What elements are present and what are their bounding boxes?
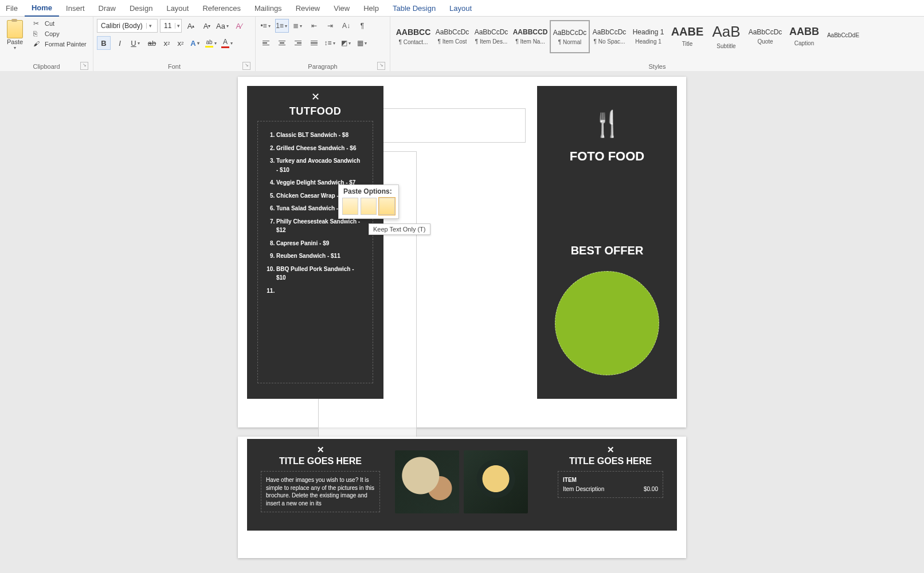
dialog-launcher-icon[interactable]: ↘ xyxy=(242,62,250,70)
tab-review[interactable]: Review xyxy=(289,0,327,16)
style-item[interactable]: AaBbCcDcQuote xyxy=(746,20,785,52)
menu-textbox[interactable]: Classic BLT Sandwich - $8Grilled Cheese … xyxy=(257,121,373,383)
style-item[interactable]: AABBCC¶ Contact... xyxy=(394,20,433,52)
chevron-down-icon[interactable]: ▾ xyxy=(146,23,155,29)
inside-right-textbox[interactable]: ITEM Item Description $0.00 xyxy=(558,471,663,498)
grow-font-button[interactable]: A▴ xyxy=(184,19,198,33)
shading-button[interactable]: ◩▾ xyxy=(339,36,353,50)
inside-right-title: TITLE GOES HERE xyxy=(569,456,652,466)
page-1: ✕ TUTFOOD Classic BLT Sandwich - $8Grill… xyxy=(238,77,686,427)
tab-insert[interactable]: Insert xyxy=(59,0,92,16)
cut-label: Cut xyxy=(45,20,54,27)
tab-help[interactable]: Help xyxy=(357,0,386,16)
style-item[interactable]: AaBbCcDc¶ Normal xyxy=(550,20,590,53)
inside-left-column[interactable]: ✕TITLE GOES HERE Have other images you w… xyxy=(256,442,385,512)
tab-home[interactable]: Home xyxy=(25,0,59,17)
tab-references[interactable]: References xyxy=(195,0,247,16)
paste-keep-source-button[interactable] xyxy=(342,198,358,215)
menu-item[interactable]: BBQ Pulled Pork Sandwich - $10 xyxy=(276,265,362,282)
superscript-button[interactable]: x2 xyxy=(175,36,186,50)
align-right-button[interactable] xyxy=(291,36,305,50)
decrease-indent-button[interactable]: ⇤ xyxy=(307,19,321,33)
highlight-button[interactable]: ab▾ xyxy=(205,36,218,50)
menu-item[interactable]: Turkey and Avocado Sandwich - $10 xyxy=(276,156,362,174)
menu-item[interactable] xyxy=(276,286,362,296)
cut-button[interactable]: Cut xyxy=(31,19,89,28)
brochure-left-panel[interactable]: ✕ TUTFOOD Classic BLT Sandwich - $8Grill… xyxy=(247,86,383,399)
style-preview: AABB xyxy=(789,26,819,38)
styles-gallery[interactable]: AABBCC¶ Contact...AaBbCcDc¶ Item CostAaB… xyxy=(394,19,921,54)
multilevel-list-button[interactable]: ≣▾ xyxy=(291,19,305,33)
food-image-1[interactable] xyxy=(395,450,459,513)
menu-item[interactable]: Philly Cheesesteak Sandwich - $12 xyxy=(276,217,362,235)
format-painter-label: Format Painter xyxy=(45,41,87,48)
inside-left-textbox[interactable]: Have other images you wish to use? It is… xyxy=(261,471,380,512)
brochure-right-panel[interactable]: 🍴 FOTO FOOD BEST OFFER xyxy=(537,86,677,399)
style-item[interactable]: AaBbCcDdE xyxy=(824,20,863,52)
style-item[interactable]: Heading 1Heading 1 xyxy=(629,20,668,52)
inside-right-column[interactable]: ✕TITLE GOES HERE ITEM Item Description $… xyxy=(553,442,668,498)
align-left-button[interactable] xyxy=(259,36,273,50)
italic-button[interactable]: I xyxy=(113,36,127,50)
menu-item[interactable]: Classic BLT Sandwich - $8 xyxy=(276,131,362,140)
group-font: Calibri (Body)▾ 11▾ A▴ A▾ Aa▾ A⁄ B I U▾ … xyxy=(93,17,256,72)
group-title-clipboard: Clipboard↘ xyxy=(3,62,89,72)
dialog-launcher-icon[interactable]: ↘ xyxy=(377,62,385,70)
tab-design[interactable]: Design xyxy=(123,0,159,16)
paste-merge-formatting-button[interactable] xyxy=(361,198,377,215)
format-painter-button[interactable]: Format Painter xyxy=(31,40,89,49)
copy-button[interactable]: Copy xyxy=(31,29,89,38)
menu-item[interactable]: Caprese Panini - $9 xyxy=(276,239,362,248)
justify-button[interactable] xyxy=(307,36,321,50)
style-name-label: Heading 1 xyxy=(635,38,661,45)
sort-button[interactable]: A↓ xyxy=(339,19,353,33)
style-preview: AABBCC xyxy=(396,28,431,37)
menu-item[interactable]: Reuben Sandwich - $11 xyxy=(276,252,362,261)
text-effects-button[interactable]: A▾ xyxy=(189,36,202,50)
bold-button[interactable]: B xyxy=(97,36,111,50)
style-item[interactable]: AaBbCcDc¶ No Spac... xyxy=(590,20,629,52)
borders-button[interactable]: ▦▾ xyxy=(355,36,369,50)
tab-file[interactable]: File xyxy=(3,0,25,16)
brush-icon xyxy=(33,40,41,48)
chevron-down-icon[interactable]: ▾ xyxy=(13,45,17,50)
change-case-button[interactable]: Aa▾ xyxy=(216,19,230,33)
bullets-button[interactable]: •≡▾ xyxy=(259,19,273,33)
dialog-launcher-icon[interactable]: ↘ xyxy=(80,62,88,70)
show-marks-button[interactable]: ¶ xyxy=(355,19,369,33)
style-item[interactable]: AaBbCcDc¶ Item Des... xyxy=(472,20,511,52)
shrink-font-button[interactable]: A▾ xyxy=(200,19,214,33)
tab-draw[interactable]: Draw xyxy=(92,0,123,16)
paste-text-only-button[interactable] xyxy=(379,198,395,215)
increase-indent-button[interactable]: ⇥ xyxy=(323,19,337,33)
tab-table-design[interactable]: Table Design xyxy=(386,0,443,16)
font-color-button[interactable]: A▾ xyxy=(221,36,234,50)
best-offer-label: BEST OFFER xyxy=(571,244,644,257)
style-item[interactable]: AaBSubtitle xyxy=(707,20,746,52)
font-name-combo[interactable]: Calibri (Body)▾ xyxy=(97,19,158,33)
underline-button[interactable]: U▾ xyxy=(129,36,143,50)
tab-view[interactable]: View xyxy=(327,0,357,16)
image-placeholder-circle[interactable] xyxy=(555,271,659,375)
document-canvas[interactable]: ✕ TUTFOOD Classic BLT Sandwich - $8Grill… xyxy=(0,71,924,573)
food-image-2[interactable] xyxy=(464,450,528,513)
group-title-styles: Styles xyxy=(394,62,921,72)
chevron-down-icon[interactable]: ▾ xyxy=(175,23,181,29)
style-item[interactable]: AaBbCcDc¶ Item Cost xyxy=(433,20,472,52)
numbering-button[interactable]: 1≡▾ xyxy=(275,19,289,33)
subscript-button[interactable]: x2 xyxy=(161,36,173,50)
style-item[interactable]: AABETitle xyxy=(668,20,707,52)
align-center-button[interactable] xyxy=(275,36,289,50)
style-name-label: ¶ Item Cost xyxy=(438,38,467,45)
strikethrough-button[interactable]: ab xyxy=(145,36,159,50)
tab-layout[interactable]: Layout xyxy=(159,0,195,16)
font-size-combo[interactable]: 11▾ xyxy=(160,19,182,33)
tab-mailings[interactable]: Mailings xyxy=(248,0,289,16)
paste-button[interactable]: Paste ▾ xyxy=(3,19,26,50)
clear-formatting-button[interactable]: A⁄ xyxy=(232,19,246,33)
tab-table-layout[interactable]: Layout xyxy=(443,0,479,16)
style-item[interactable]: AABBCCD¶ Item Na... xyxy=(511,20,550,52)
style-item[interactable]: AABBCaption xyxy=(785,20,824,52)
menu-item[interactable]: Grilled Cheese Sandwich - $6 xyxy=(276,144,362,153)
line-spacing-button[interactable]: ↕≡▾ xyxy=(323,36,337,50)
